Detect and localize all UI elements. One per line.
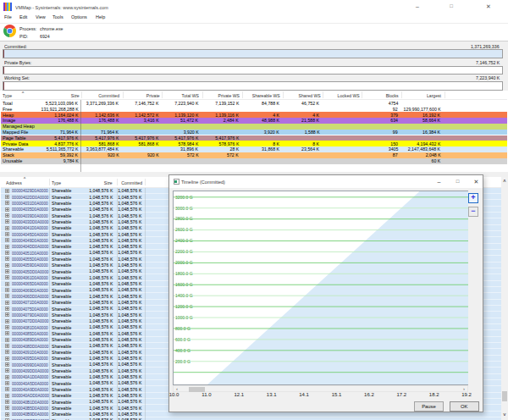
svg-text:1200.0 G: 1200.0 G: [175, 304, 193, 309]
svg-text:2800.0 G: 2800.0 G: [175, 216, 193, 221]
svg-text:400.0 G: 400.0 G: [175, 348, 190, 353]
svg-text:3000.0 G: 3000.0 G: [175, 206, 193, 211]
svg-text:1600.0 G: 1600.0 G: [175, 282, 193, 287]
svg-text:200.0 G: 200.0 G: [175, 359, 190, 364]
svg-text:2000.0 G: 2000.0 G: [175, 260, 193, 265]
svg-text:800.0 G: 800.0 G: [175, 326, 190, 331]
svg-text:2600.0 G: 2600.0 G: [175, 227, 193, 232]
svg-text:2200.0 G: 2200.0 G: [175, 249, 193, 254]
svg-text:1400.0 G: 1400.0 G: [175, 293, 193, 298]
svg-text:1800.0 G: 1800.0 G: [175, 271, 193, 276]
svg-text:1000.0 G: 1000.0 G: [175, 315, 193, 320]
svg-text:2400.0 G: 2400.0 G: [175, 238, 193, 243]
svg-text:600.0 G: 600.0 G: [175, 337, 190, 342]
svg-text:3200.0 G: 3200.0 G: [175, 195, 193, 200]
